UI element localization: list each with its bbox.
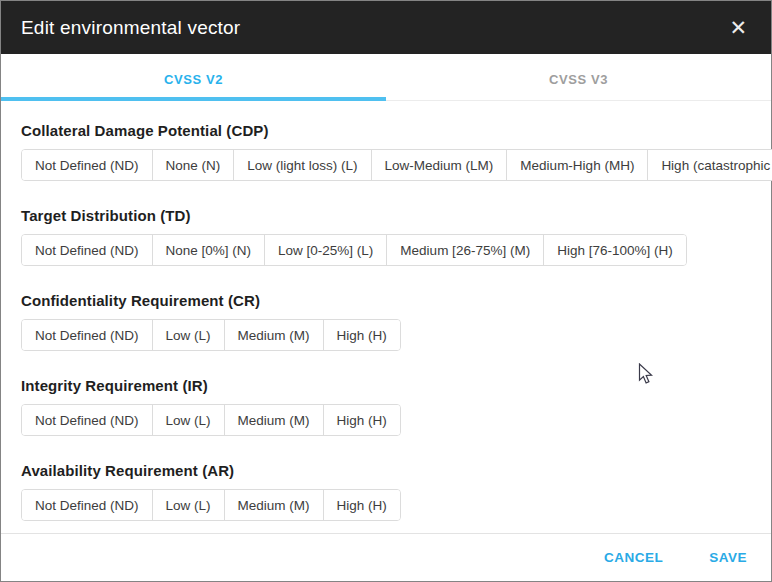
- option-button[interactable]: High (H): [323, 490, 400, 520]
- section-heading: Confidentiality Requirement (CR): [21, 292, 751, 309]
- option-button[interactable]: Low (L): [152, 320, 224, 350]
- section-heading: Integrity Requirement (IR): [21, 377, 751, 394]
- edit-environmental-vector-dialog: Edit environmental vector ✕ CVSS V2 CVSS…: [0, 0, 772, 582]
- close-icon[interactable]: ✕: [725, 15, 751, 40]
- tab-cvss-v2[interactable]: CVSS V2: [1, 54, 386, 100]
- dialog-footer: CANCEL SAVE: [1, 533, 771, 581]
- option-button[interactable]: Not Defined (ND): [22, 320, 152, 350]
- option-button[interactable]: Not Defined (ND): [22, 235, 152, 265]
- option-button[interactable]: Medium (M): [224, 320, 323, 350]
- option-button[interactable]: Low-Medium (LM): [371, 150, 507, 180]
- vector-section: Collateral Damage Potential (CDP) Not De…: [21, 122, 751, 181]
- option-group: Not Defined (ND)None (N)Low (light loss)…: [21, 149, 772, 181]
- option-button[interactable]: Not Defined (ND): [22, 490, 152, 520]
- option-group: Not Defined (ND)None [0%] (N)Low [0-25%]…: [21, 234, 687, 266]
- option-button[interactable]: Medium-High (MH): [506, 150, 647, 180]
- section-heading: Availability Requirement (AR): [21, 462, 751, 479]
- option-group: Not Defined (ND)Low (L)Medium (M)High (H…: [21, 404, 401, 436]
- vector-section: Target Distribution (TD) Not Defined (ND…: [21, 207, 751, 266]
- cancel-button[interactable]: CANCEL: [604, 550, 663, 565]
- section-heading: Target Distribution (TD): [21, 207, 751, 224]
- option-group: Not Defined (ND)Low (L)Medium (M)High (H…: [21, 319, 401, 351]
- save-button[interactable]: SAVE: [709, 550, 747, 565]
- option-button[interactable]: High (H): [323, 320, 400, 350]
- option-group: Not Defined (ND)Low (L)Medium (M)High (H…: [21, 489, 401, 521]
- tab-cvss-v3[interactable]: CVSS V3: [386, 54, 771, 100]
- option-button[interactable]: Medium (M): [224, 490, 323, 520]
- option-button[interactable]: High (catastrophic loss) (H): [647, 150, 772, 180]
- option-button[interactable]: None [0%] (N): [152, 235, 265, 265]
- section-heading: Collateral Damage Potential (CDP): [21, 122, 751, 139]
- dialog-header: Edit environmental vector ✕: [1, 1, 771, 54]
- option-button[interactable]: Low [0-25%] (L): [264, 235, 386, 265]
- sections: Collateral Damage Potential (CDP) Not De…: [1, 101, 771, 533]
- option-button[interactable]: Medium (M): [224, 405, 323, 435]
- vector-section: Confidentiality Requirement (CR) Not Def…: [21, 292, 751, 351]
- vector-section: Integrity Requirement (IR) Not Defined (…: [21, 377, 751, 436]
- option-button[interactable]: Medium [26-75%] (M): [386, 235, 543, 265]
- option-button[interactable]: None (N): [152, 150, 234, 180]
- option-button[interactable]: Not Defined (ND): [22, 150, 152, 180]
- dialog-title: Edit environmental vector: [21, 17, 725, 39]
- option-button[interactable]: High [76-100%] (H): [543, 235, 686, 265]
- vector-section: Availability Requirement (AR) Not Define…: [21, 462, 751, 521]
- tab-bar: CVSS V2 CVSS V3: [1, 54, 771, 101]
- option-button[interactable]: Low (L): [152, 490, 224, 520]
- option-button[interactable]: Low (L): [152, 405, 224, 435]
- option-button[interactable]: High (H): [323, 405, 400, 435]
- option-button[interactable]: Low (light loss) (L): [233, 150, 370, 180]
- option-button[interactable]: Not Defined (ND): [22, 405, 152, 435]
